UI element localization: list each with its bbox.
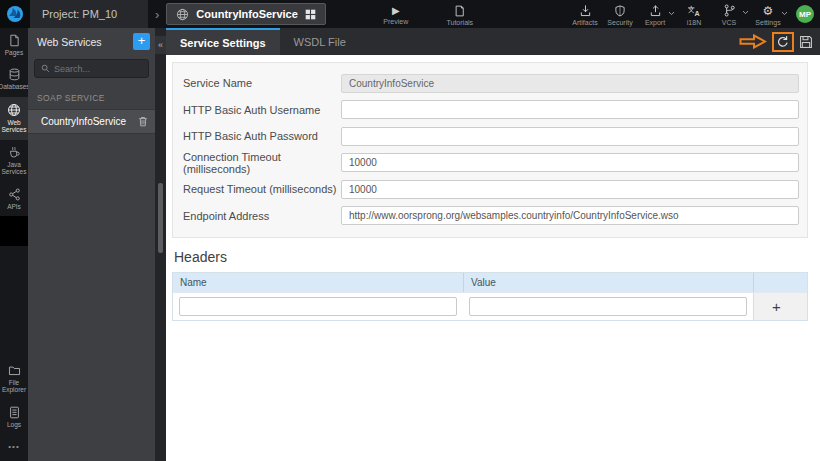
svg-text:A: A bbox=[695, 9, 700, 17]
tutorials-button[interactable]: Tutorials bbox=[442, 3, 478, 26]
service-name-input[interactable] bbox=[341, 74, 799, 93]
user-avatar[interactable]: MP bbox=[796, 5, 814, 23]
vcs-chevron-down-icon[interactable] bbox=[742, 10, 749, 15]
service-search-box[interactable] bbox=[34, 59, 149, 78]
top-header-bar: Project: PM_10 › CountryInfoService ▶ Pr… bbox=[0, 0, 820, 28]
java-services-label: Java Services bbox=[1, 161, 27, 176]
databases-label: Databases bbox=[0, 83, 30, 90]
i18n-button[interactable]: A i18N bbox=[678, 3, 710, 26]
vcs-button[interactable]: VCS bbox=[713, 2, 745, 26]
headers-table: Name Value + bbox=[172, 272, 808, 321]
preview-button[interactable]: ▶ Preview bbox=[378, 4, 414, 25]
pages-icon bbox=[8, 34, 21, 47]
save-service-button[interactable] bbox=[799, 35, 813, 49]
service-settings-form: Service Name HTTP Basic Auth Username HT… bbox=[172, 62, 808, 238]
search-icon bbox=[41, 64, 50, 73]
settings-button[interactable]: ⚙ Settings bbox=[752, 3, 784, 26]
panel-collapse-strip: « bbox=[155, 28, 166, 461]
column-header-actions bbox=[753, 273, 807, 292]
headers-table-header-row: Name Value bbox=[173, 273, 807, 292]
web-services-label: Web Services bbox=[1, 119, 27, 134]
globe-icon bbox=[176, 8, 189, 21]
tutorials-doc-icon bbox=[454, 5, 465, 17]
i18n-label: i18N bbox=[687, 19, 701, 26]
artifacts-button[interactable]: Artifacts bbox=[569, 3, 601, 26]
vcs-branch-icon bbox=[723, 4, 736, 17]
rail-separator bbox=[0, 216, 28, 246]
web-services-panel: Web Services + SOAP SERVICE CountryInfoS… bbox=[28, 28, 155, 461]
column-header-name: Name bbox=[173, 273, 463, 292]
breadcrumb-chevron-icon: › bbox=[148, 0, 166, 28]
export-chevron-down-icon[interactable] bbox=[668, 11, 675, 16]
apis-label: APIs bbox=[7, 203, 21, 210]
security-button[interactable]: Security bbox=[604, 3, 636, 26]
sidebar-item-web-services[interactable]: Web Services bbox=[0, 97, 28, 140]
collapse-panel-icon[interactable]: « bbox=[155, 36, 166, 54]
grid-icon[interactable] bbox=[305, 9, 316, 20]
settings-chevron-down-icon[interactable] bbox=[781, 11, 788, 16]
sidebar-item-java-services[interactable]: Java Services bbox=[0, 140, 28, 182]
auth-username-input[interactable] bbox=[341, 100, 799, 119]
play-icon: ▶ bbox=[392, 6, 400, 16]
tab-service-settings[interactable]: Service Settings bbox=[166, 28, 280, 55]
service-item-name: CountryInfoService bbox=[41, 116, 138, 127]
add-service-button[interactable]: + bbox=[133, 33, 150, 50]
tutorials-label: Tutorials bbox=[447, 19, 474, 26]
panel-title: Web Services bbox=[37, 36, 133, 48]
soap-service-section-label: SOAP SERVICE bbox=[28, 84, 155, 109]
add-header-button[interactable]: + bbox=[772, 299, 781, 314]
field-label-request-timeout: Request Timeout (milliseconds) bbox=[181, 183, 341, 195]
field-label-auth-password: HTTP Basic Auth Password bbox=[181, 130, 341, 142]
artifacts-download-icon bbox=[579, 5, 592, 17]
sidebar-item-pages[interactable]: Pages bbox=[0, 28, 28, 62]
main-content: Service Settings WSDL File bbox=[166, 28, 820, 461]
file-explorer-label: File Explorer bbox=[1, 379, 27, 394]
sidebar-item-logs[interactable]: Logs bbox=[0, 400, 28, 434]
header-value-input[interactable] bbox=[469, 297, 747, 316]
tab-wsdl-file[interactable]: WSDL File bbox=[280, 28, 360, 55]
sidebar-item-file-explorer[interactable]: File Explorer bbox=[0, 358, 28, 400]
export-button[interactable]: Export bbox=[639, 3, 671, 26]
java-services-icon bbox=[8, 146, 21, 159]
sidebar-item-databases[interactable]: Databases bbox=[0, 62, 28, 96]
security-label: Security bbox=[607, 19, 632, 26]
field-label-connection-timeout: Connection Timeout (milliseconds) bbox=[181, 151, 341, 175]
auth-password-input[interactable] bbox=[341, 127, 799, 146]
preview-label: Preview bbox=[383, 18, 408, 25]
settings-label: Settings bbox=[755, 19, 780, 26]
delete-trash-icon[interactable] bbox=[138, 116, 148, 127]
apis-icon bbox=[8, 188, 21, 201]
service-list-item[interactable]: CountryInfoService bbox=[28, 109, 155, 134]
i18n-translate-icon: A bbox=[687, 5, 701, 17]
security-shield-icon bbox=[614, 5, 626, 17]
project-name: Project: PM_10 bbox=[30, 0, 148, 28]
field-label-service-name: Service Name bbox=[181, 77, 341, 89]
search-input[interactable] bbox=[54, 64, 142, 74]
logs-icon bbox=[8, 406, 21, 419]
headers-section-title: Headers bbox=[174, 249, 808, 265]
app-logo[interactable] bbox=[0, 0, 30, 28]
web-services-globe-icon bbox=[7, 103, 21, 117]
wavemaker-logo-icon bbox=[6, 5, 24, 23]
endpoint-address-input[interactable] bbox=[341, 206, 799, 225]
service-breadcrumb-tab[interactable]: CountryInfoService bbox=[166, 3, 325, 25]
left-nav-rail: Pages Databases Web Services Java Servic… bbox=[0, 28, 28, 461]
databases-icon bbox=[8, 68, 21, 81]
sidebar-item-apis[interactable]: APIs bbox=[0, 182, 28, 216]
gear-icon: ⚙ bbox=[763, 5, 774, 17]
tab-bar: Service Settings WSDL File bbox=[166, 28, 820, 55]
refresh-icon bbox=[777, 36, 789, 48]
field-label-auth-username: HTTP Basic Auth Username bbox=[181, 104, 341, 116]
connection-timeout-input[interactable] bbox=[341, 153, 799, 172]
refresh-service-button[interactable] bbox=[772, 32, 794, 52]
request-timeout-input[interactable] bbox=[341, 180, 799, 199]
panel-scrollbar[interactable] bbox=[158, 183, 163, 253]
annotation-arrow bbox=[739, 34, 767, 49]
header-name-input[interactable] bbox=[179, 297, 457, 316]
export-upload-icon bbox=[649, 5, 662, 17]
more-options-icon[interactable]: ••• bbox=[0, 434, 28, 461]
service-tab-label: CountryInfoService bbox=[196, 8, 297, 20]
artifacts-label: Artifacts bbox=[572, 19, 597, 26]
pages-label: Pages bbox=[5, 49, 23, 56]
file-explorer-folder-icon bbox=[8, 364, 21, 377]
